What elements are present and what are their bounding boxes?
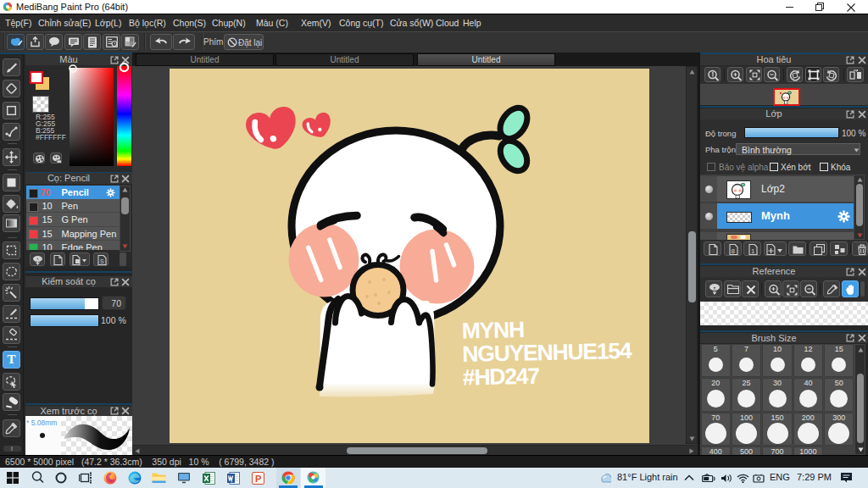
svg-text:NGUYENHUE154: NGUYENHUE154 [462,338,632,367]
svg-text:S: S [100,258,104,263]
svg-text:1: 1 [751,247,755,255]
svg-text:8: 8 [732,247,736,255]
svg-text:#HD247: #HD247 [463,363,540,391]
svg-text:P: P [255,473,261,483]
